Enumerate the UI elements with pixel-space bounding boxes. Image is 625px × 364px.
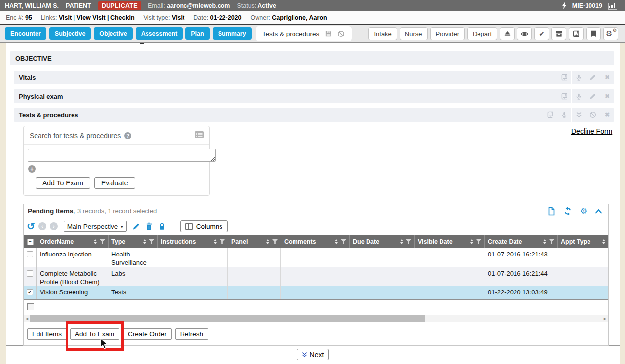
list-view-button[interactable]: [194, 131, 204, 141]
history-forward-icon[interactable]: ›: [50, 222, 58, 230]
tab-subjective[interactable]: Subjective: [49, 27, 91, 40]
edit-items-button[interactable]: Edit Items: [27, 328, 67, 340]
col-panel[interactable]: Panel: [228, 235, 281, 248]
col-appt-type[interactable]: Appt Type: [557, 235, 608, 248]
add-to-exam-button[interactable]: Add To Exam: [70, 328, 119, 340]
chart-icon[interactable]: [607, 2, 618, 10]
collapse-rows-button[interactable]: −: [27, 303, 34, 310]
refresh-icon[interactable]: [563, 207, 572, 216]
eject-button[interactable]: [500, 27, 515, 40]
physical-reference-button[interactable]: [557, 89, 571, 103]
select-all-checkbox[interactable]: −: [27, 239, 34, 245]
row-checkbox[interactable]: [27, 270, 33, 277]
col-type[interactable]: Type: [108, 235, 157, 248]
history-back-icon[interactable]: ‹: [38, 222, 46, 230]
col-due-date[interactable]: Due Date: [349, 235, 414, 248]
row-checkbox[interactable]: [27, 251, 33, 257]
archive-button[interactable]: [551, 27, 566, 40]
col-comments[interactable]: Comments: [281, 235, 349, 248]
provider-button[interactable]: Provider: [430, 27, 465, 40]
new-document-icon[interactable]: [548, 207, 555, 216]
tests-reference-button[interactable]: [543, 108, 557, 122]
tab-objective[interactable]: Objective: [94, 27, 132, 40]
vitals-reference-button[interactable]: [557, 71, 571, 84]
help-icon[interactable]: ?: [124, 132, 131, 139]
edit-perspective-button[interactable]: [132, 222, 140, 230]
refresh-button[interactable]: Refresh: [175, 328, 208, 340]
scroll-right-icon[interactable]: ►: [602, 316, 608, 321]
nurse-button[interactable]: Nurse: [400, 27, 428, 40]
vitals-edit-button[interactable]: [586, 71, 600, 84]
delete-perspective-button[interactable]: [146, 222, 153, 230]
sort-icon[interactable]: [470, 239, 473, 244]
tests-collapse-button[interactable]: [571, 108, 586, 122]
tests-disable-button[interactable]: [586, 108, 600, 122]
tests-search-input[interactable]: [28, 149, 216, 162]
sort-icon[interactable]: [143, 239, 146, 244]
col-create-date[interactable]: Create Date: [484, 235, 557, 248]
view-button[interactable]: [517, 27, 532, 40]
collapse-panel-icon[interactable]: [595, 208, 602, 214]
col-visible-date[interactable]: Visible Date: [414, 235, 484, 248]
filter-icon[interactable]: [341, 239, 346, 244]
col-ordername[interactable]: OrderName: [37, 235, 108, 248]
add-to-exam-button-top[interactable]: Add To Exam: [36, 177, 90, 189]
sort-icon[interactable]: [94, 239, 97, 244]
filter-icon[interactable]: [149, 239, 154, 244]
grid-settings-icon[interactable]: ⚙: [580, 207, 587, 215]
sort-icon[interactable]: [266, 239, 269, 244]
save-icon[interactable]: [325, 30, 332, 37]
vitals-section-bar[interactable]: Vitals: [14, 71, 614, 84]
vitals-dictate-button[interactable]: [571, 71, 586, 84]
sort-icon[interactable]: [400, 239, 403, 244]
perspective-select[interactable]: Main Perspective ▾: [64, 221, 127, 232]
physical-exam-section-bar[interactable]: Physical exam: [14, 89, 614, 103]
table-row-selected[interactable]: ✔ Vision Screening Tests 01-22-2020 13:0…: [24, 286, 608, 299]
sort-icon[interactable]: [543, 239, 546, 244]
lock-perspective-button[interactable]: [158, 222, 166, 230]
table-row[interactable]: Influenza Injection Health Surveillance …: [24, 248, 608, 267]
physical-edit-button[interactable]: [586, 89, 600, 103]
tests-dictate-button[interactable]: [557, 108, 571, 122]
tab-encounter[interactable]: Encounter: [5, 27, 46, 40]
ban-icon[interactable]: [337, 30, 345, 37]
duplicate-badge[interactable]: DUPLICATE: [98, 1, 141, 10]
physical-close-button[interactable]: ✖: [600, 89, 614, 103]
documents-button[interactable]: [569, 27, 584, 40]
bolt-icon[interactable]: [562, 2, 567, 9]
filter-icon[interactable]: [476, 239, 481, 244]
next-button[interactable]: Next: [297, 349, 329, 360]
row-checkbox-checked[interactable]: ✔: [27, 289, 33, 295]
col-instructions[interactable]: Instructions: [157, 235, 228, 248]
evaluate-button[interactable]: Evaluate: [94, 177, 135, 189]
filter-icon[interactable]: [549, 239, 554, 244]
vitals-close-button[interactable]: ✖: [600, 71, 614, 84]
encounter-links[interactable]: Visit | View Visit | Checkin: [59, 14, 135, 21]
scrollbar-thumb[interactable]: [30, 315, 425, 322]
bookmark-button[interactable]: [586, 27, 601, 40]
intake-button[interactable]: Intake: [368, 27, 397, 40]
horizontal-scrollbar[interactable]: ◄ ►: [24, 315, 608, 322]
sort-icon[interactable]: [602, 239, 605, 244]
plus-icon[interactable]: +: [28, 165, 36, 173]
undo-icon[interactable]: ↺: [27, 221, 35, 231]
settings-button[interactable]: ⚙⚙: [603, 27, 618, 40]
tab-assessment[interactable]: Assessment: [136, 27, 183, 40]
sort-icon[interactable]: [214, 239, 217, 244]
filter-icon[interactable]: [406, 239, 411, 244]
table-row[interactable]: Complete Metabolic Profile (Blood Chem) …: [24, 267, 608, 286]
physical-dictate-button[interactable]: [571, 89, 586, 103]
columns-button[interactable]: Columns: [180, 220, 228, 232]
tab-plan[interactable]: Plan: [185, 27, 209, 40]
sort-icon[interactable]: [335, 239, 338, 244]
filter-icon[interactable]: [220, 239, 225, 244]
depart-button[interactable]: Depart: [467, 27, 497, 40]
tests-close-button[interactable]: ✖: [600, 108, 614, 122]
create-order-button[interactable]: Create Order: [123, 328, 172, 340]
filter-icon[interactable]: [100, 239, 105, 244]
tab-summary[interactable]: Summary: [213, 27, 252, 40]
decline-form-link[interactable]: Decline Form: [571, 127, 612, 135]
sign-button[interactable]: ✔: [534, 27, 549, 40]
scroll-left-icon[interactable]: ◄: [24, 316, 30, 321]
filter-icon[interactable]: [272, 239, 278, 244]
